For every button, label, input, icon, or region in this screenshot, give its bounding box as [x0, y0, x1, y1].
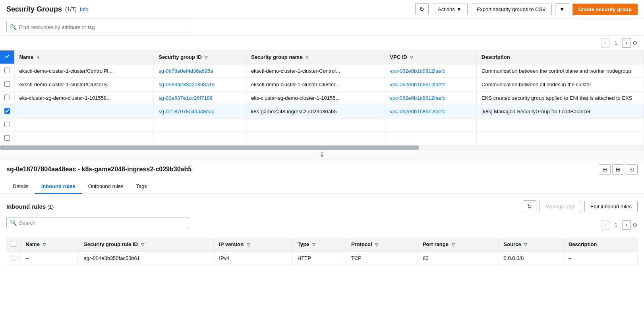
row-name: eksctl-demo-cluster-1-cluster/ClusterS..… [14, 78, 154, 91]
search-input-wrap[interactable]: 🔍 [6, 22, 189, 32]
row-sg-name: eksctl-demo-cluster-1-cluster-Cluster... [246, 78, 385, 91]
row-checkbox[interactable] [4, 68, 10, 73]
view-icons: ⊟ ⊞ ⊡ [599, 164, 638, 175]
inbound-col-protocol[interactable]: Protocol ▽ [346, 238, 418, 251]
table-settings-icon[interactable]: ⚙ [632, 40, 638, 46]
row-checkbox-cell[interactable] [0, 132, 14, 145]
inbound-title: Inbound rules (1) [6, 203, 54, 210]
inbound-search-input[interactable] [19, 220, 186, 226]
inbound-port-sort-icon: ▽ [452, 242, 455, 247]
row-checkbox-cell[interactable] [0, 91, 14, 105]
view-split-vertical-button[interactable]: ⊞ [612, 164, 624, 175]
select-all-header[interactable] [0, 50, 14, 64]
inbound-col-source[interactable]: Source ▽ [499, 238, 563, 251]
tab-details[interactable]: Details [6, 179, 35, 194]
prev-page-button[interactable]: ‹ [601, 38, 610, 48]
drag-handle[interactable]: ⣿ [0, 150, 644, 159]
select-all-checkbox[interactable] [4, 54, 10, 59]
inbound-select-all-header[interactable] [6, 238, 21, 251]
export-button[interactable]: Export security groups to CSV [471, 4, 552, 15]
table-row: – sg-0e18707804aa48eac k8s-game2048-ingr… [0, 105, 644, 118]
inbound-table-row: – sgr-004e3b350fac53b61 IPv4 HTTP TCP 80… [6, 251, 638, 265]
inbound-col-sg-rule-id[interactable]: Security group rule ID ▽ [79, 238, 214, 251]
inbound-row-rule-id: sgr-004e3b350fac53b61 [79, 251, 214, 265]
inbound-search-icon: 🔍 [10, 219, 17, 226]
row-name [14, 118, 154, 132]
page-title: Security Groups (1/7) Info [6, 5, 89, 14]
row-checkbox-cell[interactable] [0, 64, 14, 78]
inbound-pagination: ‹ 1 › ⚙ [601, 220, 638, 230]
sg-id-link[interactable]: sg-0b78a0ef4d36a695a [159, 68, 213, 74]
row-name: eksctl-demo-cluster-1-cluster/ControlPl.… [14, 64, 154, 78]
inbound-rules-table: Name ▽ Security group rule ID ▽ IP versi… [6, 238, 638, 265]
manage-tags-button[interactable]: Manage tags [540, 201, 581, 212]
row-sg-id: sg-03e687e1cc26f7186 [154, 91, 246, 105]
inbound-count: (1) [47, 204, 54, 210]
horizontal-scrollbar[interactable] [0, 145, 644, 150]
row-checkbox[interactable] [4, 81, 10, 87]
info-link[interactable]: Info [80, 6, 89, 12]
vpc-id-link[interactable]: vpc-062e0b1b8612faefc [390, 109, 445, 114]
row-sg-id [154, 132, 246, 145]
row-checkbox[interactable] [4, 108, 10, 114]
create-label: Create security group [578, 6, 632, 12]
inbound-next-page-button[interactable]: › [622, 220, 631, 230]
inbound-row-checkbox[interactable] [11, 255, 16, 260]
row-sg-id: sg-05834233d27898a19 [154, 78, 246, 91]
view-split-horizontal-button[interactable]: ⊟ [599, 164, 611, 175]
col-name[interactable]: Name ▼ [14, 50, 154, 64]
dropdown-arrow-button[interactable]: ▼ [555, 3, 569, 15]
inbound-col-ip-version[interactable]: IP version ▽ [214, 238, 293, 251]
edit-inbound-rules-button[interactable]: Edit inbound rules [584, 201, 638, 212]
inbound-refresh-button[interactable]: ↻ [523, 200, 536, 212]
inbound-search-wrap[interactable]: 🔍 [6, 217, 189, 228]
vpc-id-link[interactable]: vpc-062e0b1b8612faefc [390, 68, 445, 74]
row-description [477, 118, 644, 132]
row-checkbox[interactable] [4, 135, 10, 141]
inbound-col-type[interactable]: Type ▽ [292, 238, 346, 251]
col-description[interactable]: Description [477, 50, 644, 64]
search-input[interactable] [19, 24, 186, 30]
row-description: Communication between all nodes in the c… [477, 78, 644, 91]
row-checkbox[interactable] [4, 122, 10, 127]
detail-header: sg-0e18707804aa48eac - k8s-game2048-ingr… [0, 159, 644, 175]
sg-table-body: eksctl-demo-cluster-1-cluster/ControlPl.… [0, 64, 644, 145]
row-checkbox[interactable] [4, 95, 10, 100]
title-text: Security Groups [6, 5, 62, 14]
create-security-group-button[interactable]: Create security group [572, 4, 638, 15]
table-row [0, 118, 644, 132]
detail-panel: sg-0e18707804aa48eac - k8s-game2048-ingr… [0, 159, 644, 322]
inbound-select-all-checkbox[interactable] [11, 241, 16, 246]
tab-tags[interactable]: Tags [130, 179, 153, 194]
inbound-prev-page-button[interactable]: ‹ [601, 220, 610, 230]
vpc-id-link[interactable]: vpc-062e0b1b8612faefc [390, 95, 445, 101]
inbound-col-port-range[interactable]: Port range ▽ [418, 238, 499, 251]
refresh-button[interactable]: ↻ [415, 3, 429, 15]
next-page-button[interactable]: › [622, 38, 631, 48]
inbound-row-description: – [563, 251, 637, 265]
inbound-col-name[interactable]: Name ▽ [21, 238, 79, 251]
row-sg-name [246, 118, 385, 132]
col-sg-id[interactable]: Security group ID ▽ [154, 50, 246, 64]
inbound-col-description[interactable]: Description [563, 238, 637, 251]
sg-id-link[interactable]: sg-03e687e1cc26f7186 [159, 95, 213, 101]
tab-inbound-rules[interactable]: Inbound rules [35, 179, 82, 194]
row-checkbox-cell[interactable] [0, 105, 14, 118]
row-checkbox-cell[interactable] [0, 118, 14, 132]
col-sg-name[interactable]: Security group name ▽ [246, 50, 385, 64]
inbound-row-checkbox-cell[interactable] [6, 251, 21, 265]
inbound-title-text: Inbound rules [6, 203, 46, 210]
inbound-section: Inbound rules (1) ↻ Manage tags Edit inb… [0, 194, 644, 272]
view-full-button[interactable]: ⊡ [626, 164, 638, 175]
actions-button[interactable]: Actions ▼ [432, 4, 468, 15]
vpc-id-link[interactable]: vpc-062e0b1b8612faefc [390, 81, 445, 87]
sg-id-link[interactable]: sg-05834233d27898a19 [159, 81, 215, 87]
export-label: Export security groups to CSV [477, 6, 546, 12]
row-checkbox-cell[interactable] [0, 78, 14, 91]
sg-id-link[interactable]: sg-0e18707804aa48eac [159, 109, 214, 114]
col-vpc-id[interactable]: VPC ID ▽ [385, 50, 477, 64]
row-sg-id: sg-0e18707804aa48eac [154, 105, 246, 118]
name-sort-icon: ▼ [37, 55, 41, 60]
inbound-table-settings-icon[interactable]: ⚙ [632, 222, 638, 228]
tab-outbound-rules[interactable]: Outbound rules [82, 179, 130, 194]
